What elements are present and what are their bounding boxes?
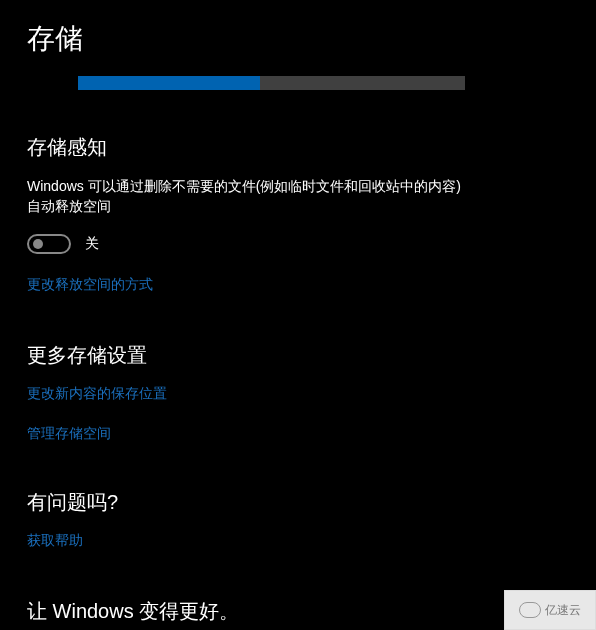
help-heading: 有问题吗? <box>27 489 569 516</box>
storage-usage-bar <box>78 76 465 90</box>
storage-sense-heading: 存储感知 <box>27 134 569 161</box>
more-storage-heading: 更多存储设置 <box>27 342 569 369</box>
feedback-heading: 让 Windows 变得更好。 <box>27 598 569 625</box>
page-title: 存储 <box>27 20 569 58</box>
storage-sense-toggle-row: 关 <box>27 234 569 254</box>
manage-storage-link[interactable]: 管理存储空间 <box>27 425 569 443</box>
cloud-icon <box>519 602 541 618</box>
change-free-space-link[interactable]: 更改释放空间的方式 <box>27 276 569 294</box>
toggle-knob <box>33 239 43 249</box>
storage-usage-fill <box>78 76 260 90</box>
watermark-badge: 亿速云 <box>504 590 596 630</box>
storage-sense-description: Windows 可以通过删除不需要的文件(例如临时文件和回收站中的内容)自动释放… <box>27 177 467 216</box>
storage-sense-toggle[interactable] <box>27 234 71 254</box>
get-help-link[interactable]: 获取帮助 <box>27 532 569 550</box>
toggle-state-label: 关 <box>85 235 99 253</box>
change-save-location-link[interactable]: 更改新内容的保存位置 <box>27 385 569 403</box>
watermark-text: 亿速云 <box>545 602 581 619</box>
